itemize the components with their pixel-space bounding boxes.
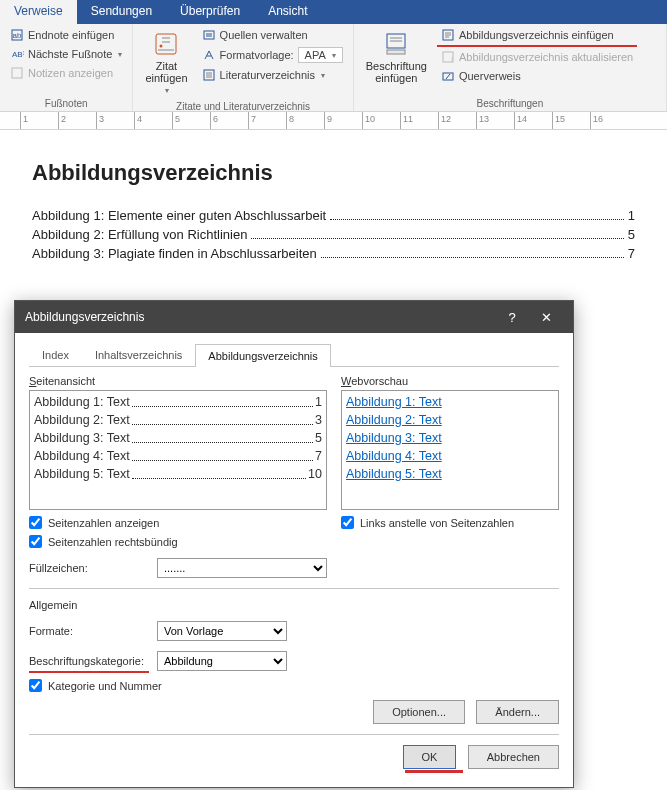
doc-entry: Abbildung 1: Elemente einer guten Abschl…: [32, 208, 635, 223]
preview-page: 1: [315, 393, 322, 411]
webvorschau-preview[interactable]: Abbildung 1: Text Abbildung 2: Text Abbi…: [341, 390, 559, 510]
abbrechen-button[interactable]: Abbrechen: [468, 745, 559, 769]
entry-text: Abbildung 2: Erfüllung von Richtlinien: [32, 227, 247, 242]
preview-page: 7: [315, 447, 322, 465]
chk-links-label: Links anstelle von Seitenzahlen: [360, 517, 514, 529]
abbverz-einfuegen[interactable]: Abbildungsverzeichnis einfügen: [437, 26, 637, 44]
tab-abbildungsverzeichnis[interactable]: Abbildungsverzeichnis: [195, 344, 330, 367]
tab-index[interactable]: Index: [29, 343, 82, 366]
ribbon: ab Endnote einfügen AB¹ Nächste Fußnote …: [0, 24, 667, 112]
tab-sendungen[interactable]: Sendungen: [77, 0, 166, 24]
web-link[interactable]: Abbildung 1: Text: [346, 393, 442, 411]
dialog-tabs: Index Inhaltsverzeichnis Abbildungsverze…: [29, 343, 559, 367]
tab-ansicht[interactable]: Ansicht: [254, 0, 321, 24]
lit-label: Literaturverzeichnis: [220, 69, 315, 81]
abbverz-einfuegen-label: Abbildungsverzeichnis einfügen: [459, 29, 614, 41]
optionen-button[interactable]: Optionen...: [373, 700, 465, 724]
beschriftung-label: Beschriftung einfügen: [366, 60, 427, 84]
svg-text:AB¹: AB¹: [12, 50, 24, 59]
leader-dots: [251, 227, 623, 239]
group-zitate-label: Zitate und Literaturverzeichnis: [139, 99, 346, 112]
leader-dots: [321, 246, 624, 258]
sources-icon: [202, 28, 216, 42]
document-area[interactable]: Abbildungsverzeichnis Abbildung 1: Eleme…: [0, 130, 667, 295]
next-footnote-icon: AB¹: [10, 47, 24, 61]
aendern-button[interactable]: Ändern...: [476, 700, 559, 724]
preview-text: Abbildung 5: Text: [34, 465, 130, 483]
group-beschriftung-label: Beschriftungen: [360, 96, 660, 109]
tab-inhaltsverzeichnis[interactable]: Inhaltsverzeichnis: [82, 343, 195, 366]
querverweis-label: Querverweis: [459, 70, 521, 82]
web-link[interactable]: Abbildung 5: Text: [346, 465, 442, 483]
chk-rechts[interactable]: [29, 535, 42, 548]
ok-button[interactable]: OK: [403, 745, 457, 769]
chk-kategorie-nummer[interactable]: [29, 679, 42, 692]
web-link[interactable]: Abbildung 2: Text: [346, 411, 442, 429]
entry-page: 1: [628, 208, 635, 223]
chk-kategorie-nummer-label: Kategorie und Nummer: [48, 680, 162, 692]
formatvorlage-label: Formatvorlage:: [220, 49, 294, 61]
preview-text: Abbildung 2: Text: [34, 411, 130, 429]
kategorie-select[interactable]: Abbildung: [157, 651, 287, 671]
doc-title: Abbildungsverzeichnis: [32, 160, 635, 186]
preview-page: 5: [315, 429, 322, 447]
naechste-fussnote[interactable]: AB¹ Nächste Fußnote: [6, 45, 126, 63]
chk-links[interactable]: [341, 516, 354, 529]
entry-text: Abbildung 3: Plagiate finden in Abschlus…: [32, 246, 317, 261]
apa-dropdown[interactable]: APA: [298, 47, 343, 63]
abbverz-aktualisieren[interactable]: ! Abbildungsverzeichnis aktualisieren: [437, 48, 637, 66]
entry-text: Abbildung 1: Elemente einer guten Abschl…: [32, 208, 326, 223]
notizen-anzeigen[interactable]: Notizen anzeigen: [6, 64, 126, 82]
endnote-einfuegen[interactable]: ab Endnote einfügen: [6, 26, 126, 44]
dialog-titlebar: Abbildungsverzeichnis ? ✕: [15, 301, 573, 333]
svg-rect-4: [156, 34, 176, 54]
chk-seitenzahlen[interactable]: [29, 516, 42, 529]
close-button[interactable]: ✕: [529, 310, 563, 325]
notes-icon: [10, 66, 24, 80]
formatvorlage[interactable]: Formatvorlage: APA: [198, 45, 347, 65]
allgemein-label: Allgemein: [29, 599, 559, 611]
notizen-label: Notizen anzeigen: [28, 67, 113, 79]
formate-select[interactable]: Von Vorlage: [157, 621, 287, 641]
quellen-verwalten[interactable]: Quellen verwalten: [198, 26, 347, 44]
preview-page: 3: [315, 411, 322, 429]
svg-text:ab: ab: [13, 31, 22, 40]
tab-verweise[interactable]: Verweise: [0, 0, 77, 24]
highlight-underline: [29, 671, 149, 673]
seitenansicht-label: Seitenansicht: [29, 375, 327, 387]
web-link[interactable]: Abbildung 4: Text: [346, 447, 442, 465]
dialog-abbildungsverzeichnis: Abbildungsverzeichnis ? ✕ Index Inhaltsv…: [14, 300, 574, 788]
update-tof-icon: !: [441, 50, 455, 64]
crossref-icon: [441, 69, 455, 83]
fuellzeichen-select[interactable]: .......: [157, 558, 327, 578]
endnote-label: Endnote einfügen: [28, 29, 114, 41]
quellen-label: Quellen verwalten: [220, 29, 308, 41]
dialog-title: Abbildungsverzeichnis: [25, 310, 495, 324]
beschriftung-einfuegen[interactable]: Beschriftung einfügen: [360, 26, 433, 88]
tab-ueberpruefen[interactable]: Überprüfen: [166, 0, 254, 24]
group-zitate: Zitat einfügen Quellen verwalten Formatv…: [133, 24, 353, 111]
ruler[interactable]: 123 456 789 101112 131415 16: [0, 112, 667, 130]
entry-page: 5: [628, 227, 635, 242]
querverweis[interactable]: Querverweis: [437, 67, 637, 85]
group-fussnoten: ab Endnote einfügen AB¹ Nächste Fußnote …: [0, 24, 133, 111]
zitat-einfuegen[interactable]: Zitat einfügen: [139, 26, 193, 99]
kategorie-label: Beschriftungskategorie:: [29, 655, 149, 667]
seitenansicht-preview[interactable]: Abbildung 1: Text1 Abbildung 2: Text3 Ab…: [29, 390, 327, 510]
help-button[interactable]: ?: [495, 310, 529, 325]
svg-point-5: [160, 45, 163, 48]
literaturverzeichnis[interactable]: Literaturverzeichnis: [198, 66, 347, 84]
chk-rechts-label: Seitenzahlen rechtsbündig: [48, 536, 178, 548]
chk-seitenzahlen-label: Seitenzahlen anzeigen: [48, 517, 159, 529]
entry-page: 7: [628, 246, 635, 261]
web-link[interactable]: Abbildung 3: Text: [346, 429, 442, 447]
formate-label: Formate:: [29, 625, 149, 637]
highlight-underline: [437, 45, 637, 47]
preview-text: Abbildung 4: Text: [34, 447, 130, 465]
citation-icon: [152, 30, 180, 58]
svg-rect-9: [387, 50, 405, 54]
ribbon-tabs: Verweise Sendungen Überprüfen Ansicht: [0, 0, 667, 24]
aktualisieren-label: Abbildungsverzeichnis aktualisieren: [459, 51, 633, 63]
svg-rect-6: [204, 31, 214, 39]
endnote-icon: ab: [10, 28, 24, 42]
